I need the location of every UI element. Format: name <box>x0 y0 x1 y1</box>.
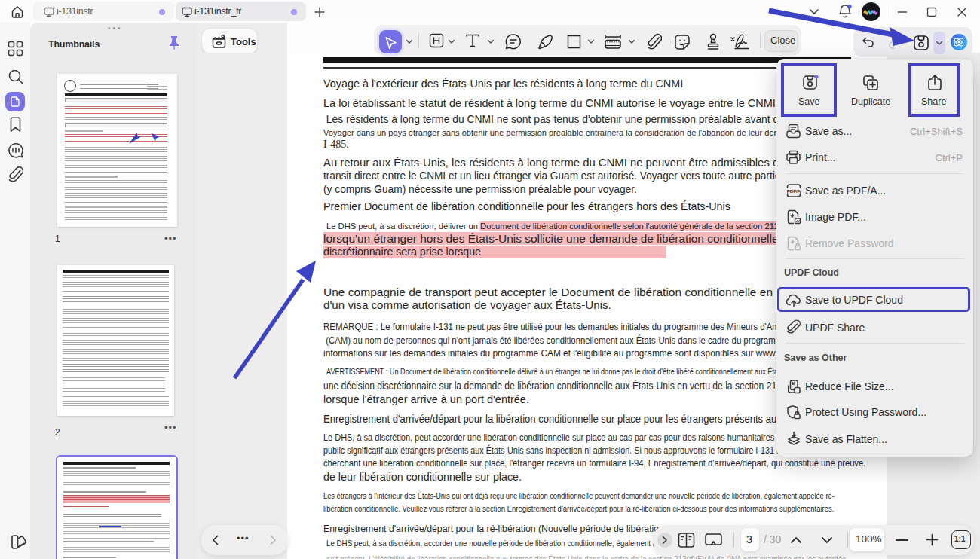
svg-text:PDF/A: PDF/A <box>787 188 801 194</box>
